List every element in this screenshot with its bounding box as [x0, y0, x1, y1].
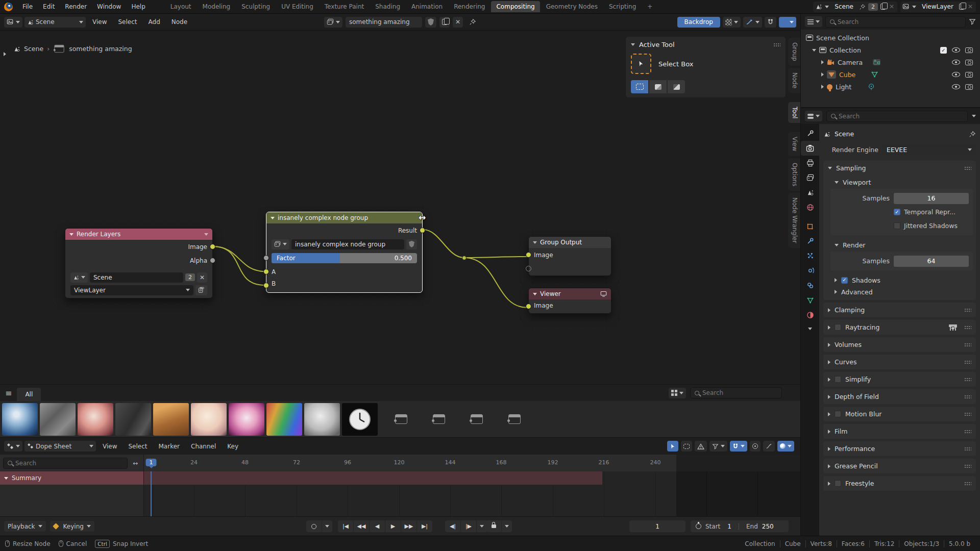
thumbnail-sphere-pink[interactable]: [78, 403, 113, 436]
outliner-item-cube[interactable]: Cube: [804, 68, 977, 81]
panel-grip-icon[interactable]: [964, 482, 971, 485]
playhead-lock-button[interactable]: [486, 520, 501, 532]
viewlayer-dropdown[interactable]: ViewLayer: [70, 285, 193, 295]
collapse-icon[interactable]: [69, 233, 74, 236]
raytracing-checkbox[interactable]: [835, 324, 841, 331]
collapse-icon[interactable]: [4, 477, 8, 480]
menu-render[interactable]: Render: [60, 2, 91, 12]
tab-group[interactable]: Group: [788, 38, 800, 66]
auto-key-button[interactable]: [306, 520, 322, 532]
node-tree-type-dropdown[interactable]: [324, 17, 342, 28]
workspace-tab-compositing[interactable]: Compositing: [491, 1, 540, 12]
ne-menu-add[interactable]: Add: [144, 17, 165, 27]
current-frame-indicator[interactable]: 1: [146, 459, 157, 466]
temporal-checkbox[interactable]: [894, 209, 900, 215]
collection-checkbox[interactable]: [940, 47, 947, 54]
node-header[interactable]: Viewer: [529, 288, 611, 299]
node-header[interactable]: insanely complex node group: [266, 212, 422, 223]
viewlayer-selector[interactable]: ViewLayer ✕: [900, 2, 976, 12]
expand-icon[interactable]: [821, 72, 824, 77]
node-tree-datablock-icon[interactable]: [433, 414, 445, 424]
panel-grip-icon[interactable]: [964, 166, 971, 170]
hide-viewport-icon[interactable]: [952, 60, 960, 65]
keyframe-area[interactable]: [144, 471, 800, 516]
outliner-item-scene-collection[interactable]: Scene Collection: [804, 32, 977, 44]
filter-funnel-icon[interactable]: [969, 18, 976, 25]
frame-step-dropdown[interactable]: [477, 520, 487, 532]
select-mode-extend-button[interactable]: [649, 80, 667, 93]
tabs-overflow-icon[interactable]: [808, 328, 812, 330]
hide-viewport-icon[interactable]: [952, 72, 960, 77]
panel-grip-icon[interactable]: [964, 430, 971, 433]
collapse-icon[interactable]: [271, 217, 275, 219]
panel-raytracing[interactable]: Raytracing: [823, 320, 976, 335]
pin-icon[interactable]: [469, 18, 476, 26]
scene-name-field[interactable]: Scene: [90, 272, 183, 283]
tab-view-layer[interactable]: [801, 170, 819, 185]
panel-curves[interactable]: Curves: [823, 355, 976, 369]
link-drag-dropdown[interactable]: [743, 17, 762, 28]
panel-depth-of-field[interactable]: Depth of Field: [823, 389, 976, 404]
ds-menu-view[interactable]: View: [98, 441, 121, 452]
workspace-tab-modeling[interactable]: Modeling: [198, 1, 236, 12]
compositor-scene-dropdown[interactable]: Scene: [24, 17, 86, 28]
factor-input-socket[interactable]: [263, 255, 269, 261]
factor-slider[interactable]: Factor 0.500: [272, 253, 417, 263]
jump-to-start-button[interactable]: |◀: [338, 520, 353, 532]
auto-key-dropdown[interactable]: [322, 520, 332, 532]
thumbnail-sphere-magenta[interactable]: [229, 403, 264, 436]
expand-icon[interactable]: [812, 49, 816, 52]
virtual-input-socket[interactable]: [526, 266, 531, 271]
node-header[interactable]: Render Layers: [65, 229, 212, 240]
select-mode-subtract-button[interactable]: [668, 80, 685, 93]
fake-user-button[interactable]: [425, 17, 436, 28]
node-group[interactable]: insanely complex node group Result insan…: [266, 212, 423, 293]
tab-output[interactable]: [801, 156, 819, 170]
outliner-search-input[interactable]: [838, 18, 961, 26]
new-viewlayer-icon[interactable]: [959, 4, 964, 10]
node-tree-datablock-icon[interactable]: [508, 414, 521, 424]
ds-menu-marker[interactable]: Marker: [154, 441, 184, 452]
channel-search-input[interactable]: [15, 460, 123, 467]
thumbnail-clock[interactable]: [342, 403, 378, 436]
scene-users-count[interactable]: 2: [185, 273, 195, 281]
hide-viewport-icon[interactable]: [952, 47, 960, 53]
tab-scene[interactable]: [801, 185, 819, 200]
image-input-socket[interactable]: [526, 304, 531, 309]
filter-dropdown[interactable]: [709, 441, 727, 452]
ne-menu-view[interactable]: View: [88, 17, 111, 27]
panel-grip-icon[interactable]: [773, 43, 780, 46]
node-viewer[interactable]: Viewer Image: [528, 288, 611, 314]
fake-user-button[interactable]: [406, 239, 417, 249]
shadows-checkbox[interactable]: [841, 277, 848, 284]
render-engine-dropdown[interactable]: EEVEE: [883, 144, 976, 156]
tab-material[interactable]: [801, 308, 819, 322]
workspace-tab-layout[interactable]: Layout: [165, 1, 197, 12]
panel-grip-icon[interactable]: [964, 447, 971, 450]
thumbnail-noise-dark[interactable]: [115, 403, 151, 436]
render-subpanel-header[interactable]: Render: [823, 238, 976, 252]
sliders-icon[interactable]: [950, 324, 956, 331]
panel-grease-pencil[interactable]: Grease Pencil: [823, 459, 976, 473]
menu-window[interactable]: Window: [92, 2, 126, 12]
tab-physics[interactable]: [801, 263, 819, 278]
prev-keyframe-button[interactable]: ◀◀: [354, 520, 369, 532]
tab-tool[interactable]: [801, 126, 819, 141]
next-keyframe-button[interactable]: ▶▶: [401, 520, 416, 532]
falloff-dropdown[interactable]: [763, 441, 775, 452]
add-workspace-button[interactable]: +: [642, 1, 657, 12]
jittered-checkbox[interactable]: [894, 222, 900, 229]
editor-type-dropdown[interactable]: [4, 441, 22, 452]
workspace-tab-texture-paint[interactable]: Texture Paint: [320, 1, 369, 12]
menu-edit[interactable]: Edit: [38, 2, 59, 12]
backdrop-toggle[interactable]: Backdrop: [677, 17, 720, 28]
expand-channels-button[interactable]: ↔: [130, 458, 140, 468]
snapping-dropdown[interactable]: [730, 441, 747, 452]
outliner-item-camera[interactable]: Camera: [804, 56, 977, 68]
asset-search-input[interactable]: [702, 389, 777, 396]
unlink-tree-button[interactable]: ✕: [453, 17, 463, 28]
panel-performance[interactable]: Performance: [823, 441, 976, 456]
workspace-tab-shading[interactable]: Shading: [370, 1, 405, 12]
tab-data[interactable]: [801, 293, 819, 308]
workspace-tab-uv-editing[interactable]: UV Editing: [276, 1, 318, 12]
